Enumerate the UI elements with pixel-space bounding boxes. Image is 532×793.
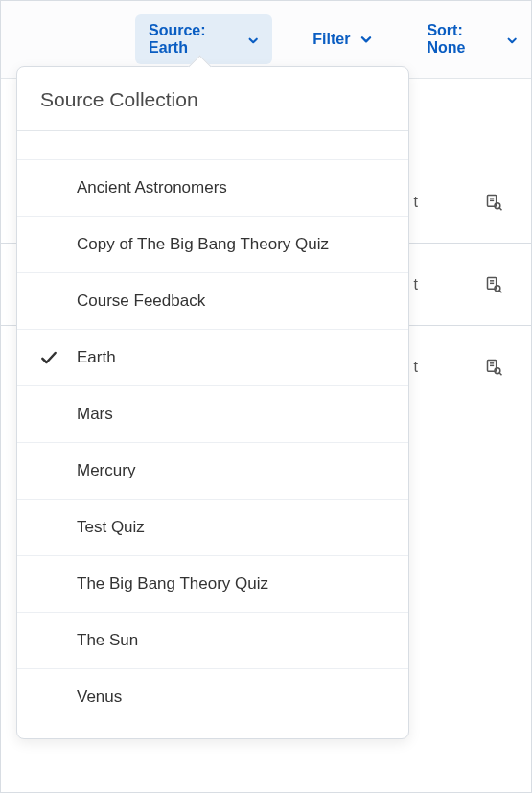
check-icon — [38, 177, 59, 198]
check-icon — [38, 630, 59, 651]
dropdown-item[interactable]: Venus — [17, 669, 408, 725]
dropdown-item-label: Venus — [77, 688, 387, 707]
source-label: Source: Earth — [149, 22, 238, 57]
spacer — [17, 725, 408, 738]
chevron-down-icon — [506, 33, 518, 46]
spacer — [17, 131, 408, 160]
preview-icon[interactable] — [485, 358, 504, 377]
row-text: t — [414, 194, 418, 211]
dropdown-item[interactable]: Copy of The Big Bang Theory Quiz — [17, 217, 408, 273]
check-icon — [38, 234, 59, 255]
preview-icon[interactable] — [485, 275, 504, 294]
check-icon — [38, 291, 59, 312]
check-icon — [38, 517, 59, 538]
dropdown-title: Source Collection — [17, 67, 408, 130]
filter-dropdown-trigger[interactable]: Filter — [299, 23, 386, 56]
source-dropdown-panel: Source Collection Ancient AstronomersCop… — [16, 66, 409, 739]
dropdown-item-label: The Big Bang Theory Quiz — [77, 574, 387, 594]
dropdown-item-label: Mercury — [77, 461, 387, 480]
dropdown-item[interactable]: Mercury — [17, 443, 408, 500]
svg-line-9 — [499, 290, 502, 292]
preview-icon[interactable] — [485, 193, 504, 212]
check-icon — [38, 404, 59, 425]
dropdown-item-label: Ancient Astronomers — [77, 178, 387, 198]
check-icon — [38, 347, 59, 368]
dropdown-item[interactable]: The Sun — [17, 613, 408, 669]
dropdown-item-label: Mars — [77, 405, 387, 424]
dropdown-item-label: Test Quiz — [77, 518, 387, 537]
dropdown-item[interactable]: Course Feedback — [17, 273, 408, 330]
check-icon — [38, 687, 59, 708]
dropdown-item[interactable]: Earth — [17, 330, 408, 386]
source-dropdown-trigger[interactable]: Source: Earth — [135, 14, 272, 64]
chevron-down-icon — [359, 33, 373, 46]
dropdown-item-label: Copy of The Big Bang Theory Quiz — [77, 235, 387, 254]
sort-label: Sort: None — [427, 22, 496, 57]
check-icon — [38, 460, 59, 481]
dropdown-item[interactable]: The Big Bang Theory Quiz — [17, 556, 408, 613]
svg-line-14 — [499, 373, 502, 376]
check-icon — [38, 573, 59, 595]
dropdown-item-label: The Sun — [77, 631, 387, 650]
sort-dropdown-trigger[interactable]: Sort: None — [413, 14, 531, 64]
svg-line-4 — [499, 207, 502, 210]
dropdown-item[interactable]: Mars — [17, 386, 408, 443]
dropdown-item-label: Earth — [77, 348, 387, 367]
row-text: t — [414, 359, 418, 376]
dropdown-item[interactable]: Ancient Astronomers — [17, 160, 408, 217]
row-text: t — [414, 276, 418, 293]
chevron-down-icon — [247, 33, 259, 46]
dropdown-item[interactable]: Test Quiz — [17, 500, 408, 556]
dropdown-item-label: Course Feedback — [77, 292, 387, 311]
filter-label: Filter — [312, 31, 350, 48]
